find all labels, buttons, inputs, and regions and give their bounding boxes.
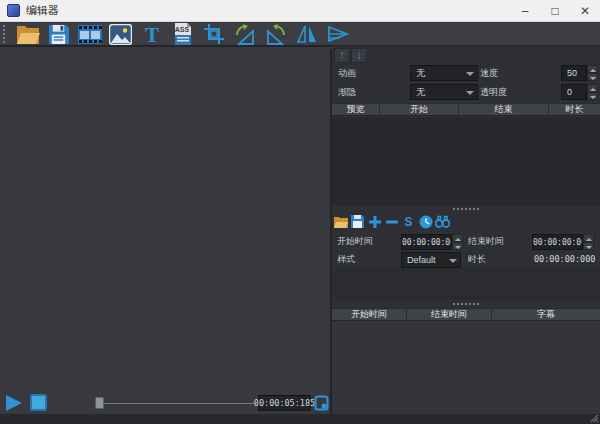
timestamp-icon[interactable] [314, 395, 329, 415]
column-header-end[interactable]: 结束 [459, 104, 549, 115]
chevron-down-icon [466, 72, 474, 76]
spin-down-icon[interactable] [587, 73, 598, 81]
style-select[interactable]: Default [401, 252, 461, 268]
ass-file-icon: ASS [174, 23, 192, 45]
crop-icon [203, 23, 225, 45]
ass-subtitle-button[interactable]: ASS [169, 23, 196, 46]
plus-icon [368, 215, 382, 229]
minus-icon [385, 215, 399, 229]
splitter-dots-icon [453, 208, 479, 210]
column-header-end-time[interactable]: 结束时间 [407, 309, 492, 320]
flip-horizontal-icon [296, 24, 318, 44]
add-subtitle-button[interactable] [367, 214, 382, 229]
open-subtitle-button[interactable] [333, 214, 348, 229]
folder-icon [334, 216, 348, 228]
svg-text:ASS: ASS [174, 26, 189, 33]
move-up-button[interactable]: ↑ [334, 48, 350, 63]
text-tool-button[interactable]: T [138, 23, 165, 46]
window-bottom-strip [0, 414, 600, 424]
play-button[interactable] [4, 394, 24, 412]
animation-value: 无 [416, 67, 425, 80]
play-icon [4, 394, 24, 412]
speed-input[interactable] [561, 65, 587, 81]
frames-table-header: 预览 开始 结束 时长 [332, 103, 600, 116]
column-header-subtitle[interactable]: 字幕 [492, 309, 600, 320]
title-bar: 编辑器 – □ ✕ [0, 0, 600, 22]
style-label: 样式 [337, 251, 355, 267]
spin-up-icon[interactable] [452, 234, 463, 242]
minimize-button[interactable]: – [510, 0, 540, 22]
spin-up-icon[interactable] [583, 234, 594, 242]
chevron-down-icon [449, 259, 457, 263]
main-toolbar: T ASS [0, 23, 600, 47]
column-header-start-time[interactable]: 开始时间 [332, 309, 407, 320]
folder-icon [16, 24, 40, 45]
preview-canvas [0, 49, 330, 392]
spin-down-icon[interactable] [452, 242, 463, 250]
splitter-handle[interactable] [332, 300, 600, 308]
remove-subtitle-button[interactable] [384, 214, 399, 229]
playback-bar: 00:00:05:185 [0, 392, 330, 414]
film-strip-icon [78, 24, 102, 45]
opacity-stepper[interactable] [561, 84, 598, 100]
clock-icon [419, 215, 433, 229]
spin-up-icon[interactable] [587, 84, 598, 92]
time-sync-button[interactable] [418, 214, 433, 229]
opacity-input[interactable] [561, 84, 587, 100]
column-header-duration[interactable]: 时长 [549, 104, 600, 115]
spin-down-icon[interactable] [587, 92, 598, 100]
end-time-input[interactable] [532, 234, 583, 250]
maximize-button[interactable]: □ [540, 0, 570, 22]
subtitle-toolbar: S [333, 213, 450, 230]
text-icon: T [142, 24, 162, 45]
flip-horizontal-button[interactable] [293, 23, 320, 46]
binoculars-icon [435, 215, 450, 228]
animation-label: 动画 [338, 65, 356, 81]
toolbar-grip[interactable] [3, 25, 7, 43]
end-time-field[interactable] [532, 234, 594, 250]
fade-value: 无 [416, 86, 425, 99]
start-time-field[interactable] [401, 234, 463, 250]
spin-up-icon[interactable] [587, 65, 598, 73]
insert-image-button[interactable] [107, 23, 134, 46]
rotate-left-button[interactable] [231, 23, 258, 46]
stop-button[interactable] [30, 394, 47, 411]
save-subtitle-button[interactable] [350, 214, 365, 229]
column-header-start[interactable]: 开始 [380, 104, 459, 115]
start-time-input[interactable] [401, 234, 452, 250]
subtitles-table-header: 开始时间 结束时间 字幕 [332, 308, 600, 321]
window-title: 编辑器 [26, 3, 59, 18]
fade-select[interactable]: 无 [410, 84, 478, 100]
seek-slider-track[interactable] [99, 403, 256, 404]
end-time-label: 结束时间 [468, 233, 504, 249]
floppy-icon [48, 24, 69, 45]
flip-vertical-button[interactable] [324, 23, 351, 46]
svg-text:T: T [144, 24, 158, 45]
style-s-icon: S [404, 215, 412, 229]
image-icon [109, 24, 132, 45]
frames-table-body [332, 117, 600, 206]
right-panel: ↑ ↓ 动画 无 速度 渐隐 无 透明度 [332, 46, 600, 414]
resize-grip-icon[interactable] [589, 413, 599, 423]
rotate-right-button[interactable] [262, 23, 289, 46]
close-button[interactable]: ✕ [570, 0, 600, 22]
spin-down-icon[interactable] [583, 242, 594, 250]
search-subtitle-button[interactable] [435, 214, 450, 229]
open-file-button[interactable] [14, 23, 41, 46]
fade-label: 渐隐 [338, 84, 356, 100]
crop-button[interactable] [200, 23, 227, 46]
video-frames-button[interactable] [76, 23, 103, 46]
style-editor-button[interactable]: S [401, 214, 416, 229]
subtitles-table-body [332, 321, 600, 414]
splitter-handle[interactable] [332, 205, 600, 213]
splitter-dots-icon [453, 303, 479, 305]
speed-stepper[interactable] [561, 65, 598, 81]
panel-gap [332, 268, 600, 300]
animation-select[interactable]: 无 [410, 65, 478, 81]
seek-slider-handle[interactable] [95, 397, 104, 409]
duration-value: 00:00:00:000 [534, 252, 595, 267]
column-header-preview[interactable]: 预览 [332, 104, 380, 115]
move-down-button[interactable]: ↓ [351, 48, 367, 63]
striped-triangle-icon [326, 24, 350, 44]
save-button[interactable] [45, 23, 72, 46]
